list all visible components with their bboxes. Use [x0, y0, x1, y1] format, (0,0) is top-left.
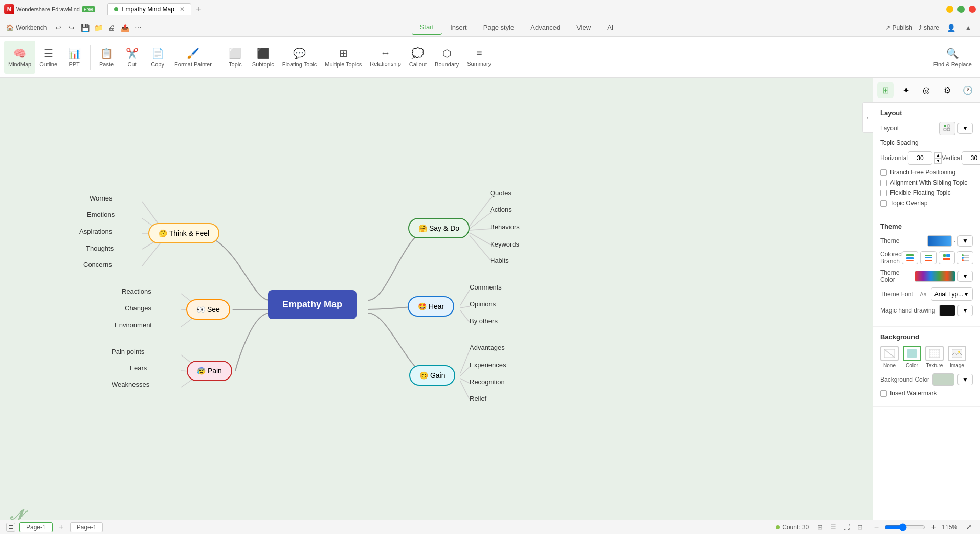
- redo-button[interactable]: ↪: [66, 22, 77, 33]
- format-painter-button[interactable]: 🖌️ Format Painter: [170, 41, 216, 74]
- minimize-button[interactable]: [946, 6, 953, 13]
- save-button[interactable]: 💾: [79, 22, 91, 33]
- multiple-topics-label: Multiple Topics: [325, 61, 362, 68]
- tab-ai[interactable]: AI: [599, 20, 621, 34]
- find-replace-button[interactable]: 🔍 Find & Replace: [929, 41, 976, 74]
- layout-dropdown[interactable]: ▼: [957, 123, 973, 134]
- relationship-button[interactable]: ↔ Relationship: [366, 41, 405, 74]
- export-button[interactable]: 📤: [119, 22, 130, 33]
- close-button[interactable]: [969, 6, 976, 13]
- maximize-button[interactable]: [957, 6, 965, 13]
- branch-style-4[interactable]: [957, 251, 973, 264]
- bg-texture-icon: [925, 346, 944, 361]
- watermark-checkbox[interactable]: [880, 390, 887, 397]
- outline-view-button[interactable]: ☰ Outline: [35, 41, 61, 74]
- ppt-view-button[interactable]: 📊 PPT: [61, 41, 87, 74]
- summary-button[interactable]: ≡ Summary: [463, 41, 495, 74]
- see-label: 👀 See: [186, 299, 230, 320]
- theme-font-dropdown[interactable]: Arial Typ... ▼: [931, 287, 973, 301]
- magic-color-swatch[interactable]: [939, 305, 955, 316]
- layout-grid-icon[interactable]: [939, 122, 955, 135]
- zoom-in-button[interactable]: +: [928, 522, 939, 532]
- more-button[interactable]: ⋯: [132, 22, 144, 33]
- tab-advanced[interactable]: Advanced: [522, 20, 568, 34]
- branch-style-3[interactable]: [939, 251, 955, 264]
- vertical-input[interactable]: [962, 151, 980, 165]
- bg-color-swatch[interactable]: [932, 373, 954, 386]
- time-icon-btn[interactable]: 🕐: [960, 82, 976, 98]
- callout-icon: 💭: [411, 47, 424, 59]
- topic-button[interactable]: ⬜ Topic: [222, 41, 248, 74]
- alignment-checkbox[interactable]: [880, 180, 887, 186]
- new-tab-button[interactable]: +: [192, 3, 205, 15]
- add-page-button[interactable]: +: [57, 523, 66, 532]
- layout-icon-btn[interactable]: ⊞: [877, 82, 894, 98]
- tab-insert[interactable]: Insert: [442, 20, 475, 34]
- grid-view-btn[interactable]: ⊞: [815, 522, 825, 532]
- fullscreen-btn[interactable]: ⛶: [841, 522, 852, 532]
- boundary-button[interactable]: ⬡ Boundary: [431, 41, 463, 74]
- paste-button[interactable]: 📋 Paste: [94, 41, 119, 74]
- bg-color-dropdown[interactable]: ▼: [957, 374, 973, 385]
- horizontal-input[interactable]: [908, 151, 932, 165]
- think-feel-node[interactable]: 🤔 Think & Feel: [148, 223, 219, 243]
- cut-button[interactable]: ✂️ Cut: [119, 41, 145, 74]
- pain-node[interactable]: 😰 Pain: [187, 361, 232, 381]
- multiple-topics-button[interactable]: ⊞ Multiple Topics: [321, 41, 366, 74]
- user-icon[interactable]: 👤: [945, 22, 956, 33]
- active-page-tab[interactable]: Page-1: [70, 522, 103, 532]
- hear-node[interactable]: 🤩 Hear: [408, 296, 454, 317]
- share-button[interactable]: ⤴ share: [919, 24, 939, 31]
- tab-view[interactable]: View: [568, 20, 599, 34]
- settings-icon-btn[interactable]: ⚙: [939, 82, 955, 98]
- horizontal-up-btn[interactable]: ▲: [934, 152, 942, 158]
- saydo-node[interactable]: 🤗 Say & Do: [408, 218, 470, 238]
- center-node[interactable]: Empathy Map: [268, 290, 357, 319]
- bg-image-option[interactable]: Image: [948, 346, 966, 368]
- open-button[interactable]: 📁: [93, 22, 104, 33]
- undo-button[interactable]: ↩: [53, 22, 64, 33]
- copy-button[interactable]: 📄 Copy: [145, 41, 170, 74]
- zoom-slider[interactable]: [884, 523, 925, 531]
- subtopic-button[interactable]: ⬛ Subtopic: [248, 41, 278, 74]
- style-icon-btn[interactable]: ✦: [898, 82, 914, 98]
- page-1-tab[interactable]: Page-1: [19, 522, 53, 532]
- theme-color-swatch[interactable]: [915, 271, 955, 282]
- theme-color-dropdown[interactable]: ▼: [957, 271, 973, 282]
- bg-none-option[interactable]: None: [880, 346, 899, 368]
- workbench-menu[interactable]: 🏠 Workbench: [6, 24, 47, 31]
- tab-start[interactable]: Start: [412, 20, 442, 35]
- overlap-checkbox[interactable]: [880, 200, 887, 207]
- list-view-btn[interactable]: ☰: [828, 522, 838, 532]
- magic-drawing-dropdown[interactable]: ▼: [957, 305, 973, 316]
- tab-pagestyle[interactable]: Page style: [475, 20, 523, 34]
- flexible-checkbox[interactable]: [880, 190, 887, 196]
- canvas[interactable]: Empathy Map 🤔 Think & Feel Worries Emoti…: [0, 78, 873, 534]
- bg-texture-option[interactable]: Texture: [925, 346, 944, 368]
- publish-button[interactable]: ↗ Publish: [885, 24, 912, 31]
- mindmap-view-button[interactable]: 🧠 MindMap: [4, 41, 35, 74]
- bg-color-icon: [903, 346, 921, 361]
- font-dropdown-arrow: ▼: [963, 291, 969, 298]
- sidebar-collapse-button[interactable]: ‹: [862, 102, 873, 133]
- print-button[interactable]: 🖨: [106, 22, 117, 33]
- horizontal-down-btn[interactable]: ▼: [934, 158, 942, 164]
- tab-close-icon[interactable]: ✕: [180, 6, 185, 13]
- branch-style-1[interactable]: [902, 251, 918, 264]
- location-icon-btn[interactable]: ◎: [918, 82, 934, 98]
- branch-free-checkbox[interactable]: [880, 169, 887, 176]
- branch-style-2[interactable]: [920, 251, 937, 264]
- theme-dropdown[interactable]: ▼: [957, 235, 973, 247]
- see-node[interactable]: 👀 See: [186, 299, 230, 320]
- fullscreen-expand-btn[interactable]: ⤢: [964, 522, 974, 532]
- page-list-button[interactable]: ☰: [6, 523, 15, 532]
- active-tab[interactable]: Empathy Mind Map ✕: [107, 3, 191, 15]
- bg-color-option[interactable]: Color: [903, 346, 921, 368]
- floating-topic-button[interactable]: 💬 Floating Topic: [278, 41, 321, 74]
- gain-node[interactable]: 😊 Gain: [409, 365, 455, 386]
- fit-btn[interactable]: ⊡: [855, 522, 865, 532]
- expand-button[interactable]: ▲: [963, 22, 974, 33]
- svg-line-16: [460, 290, 470, 305]
- zoom-out-button[interactable]: −: [871, 522, 881, 532]
- callout-button[interactable]: 💭 Callout: [405, 41, 431, 74]
